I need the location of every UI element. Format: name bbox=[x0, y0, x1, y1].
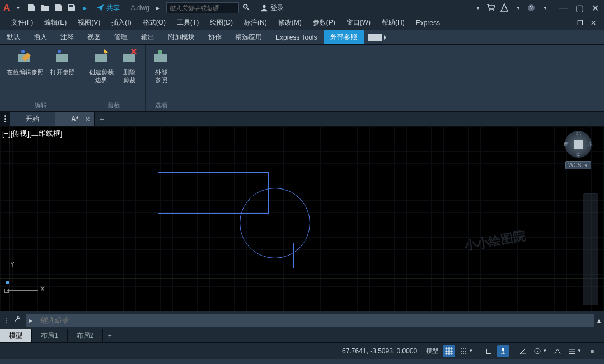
drawing-canvas[interactable]: [−][俯视][二维线框] 小小绘图院 Y X 北 南 东 西 WCS ▼ bbox=[0, 126, 604, 311]
svg-point-10 bbox=[58, 50, 61, 53]
svg-point-8 bbox=[21, 50, 25, 53]
ribbontab-expresstools[interactable]: Express Tools bbox=[269, 30, 324, 44]
status-ortho-icon[interactable] bbox=[483, 345, 495, 357]
ribbontab-xref[interactable]: 外部参照 bbox=[324, 30, 364, 44]
delete-clip-icon bbox=[120, 48, 138, 66]
cmd-drag-handle[interactable] bbox=[3, 318, 9, 323]
wcs-dropdown[interactable]: WCS ▼ bbox=[565, 161, 591, 169]
qat-dropdown-icon[interactable]: ▼ bbox=[12, 2, 24, 14]
search-input[interactable] bbox=[166, 2, 239, 13]
help-icon[interactable]: ? bbox=[525, 2, 537, 14]
open-file-icon[interactable] bbox=[39, 2, 51, 14]
ribbon-end-toggle[interactable] bbox=[364, 30, 386, 44]
qat-more-icon[interactable]: ▸ bbox=[79, 2, 91, 14]
doc-close-button[interactable]: ✕ bbox=[588, 18, 598, 28]
doc-tabs-menu[interactable] bbox=[0, 112, 10, 126]
status-dyn-icon[interactable] bbox=[551, 345, 564, 357]
autodesk-icon[interactable] bbox=[498, 2, 511, 14]
doc-tab-add-button[interactable]: + bbox=[95, 112, 109, 126]
status-sep2 bbox=[513, 346, 513, 356]
status-angle-icon[interactable] bbox=[517, 345, 529, 357]
menu-edit[interactable]: 编辑(E) bbox=[39, 18, 72, 27]
viewport-label[interactable]: [−][俯视][二维线框] bbox=[2, 129, 62, 139]
menu-format[interactable]: 格式(O) bbox=[137, 18, 171, 27]
menu-file[interactable]: 文件(F) bbox=[6, 18, 39, 27]
status-grid-icon[interactable] bbox=[443, 345, 455, 357]
share-label: 共享 bbox=[106, 3, 120, 13]
ribbontab-insert[interactable]: 插入 bbox=[27, 30, 54, 44]
doc-tabs: 开始 A* × + bbox=[0, 112, 604, 126]
ribbon-group-edit-title: 编辑 bbox=[0, 100, 82, 111]
saveas-icon[interactable] bbox=[65, 2, 78, 14]
login-button[interactable]: 登录 bbox=[260, 3, 284, 13]
open-ref-button[interactable]: 打开参照 bbox=[47, 47, 78, 97]
edit-in-place-icon bbox=[16, 48, 34, 66]
menu-help[interactable]: 帮助(H) bbox=[376, 18, 410, 27]
menu-draw[interactable]: 绘图(D) bbox=[204, 18, 238, 27]
ribbontab-collab[interactable]: 协作 bbox=[202, 30, 228, 44]
svg-rect-11 bbox=[95, 54, 107, 62]
drawing-rect-2[interactable] bbox=[293, 243, 404, 268]
close-button[interactable]: ✕ bbox=[589, 2, 601, 13]
app-logo-icon[interactable]: A bbox=[3, 3, 10, 13]
ribbontab-apps[interactable]: 精选应用 bbox=[228, 30, 269, 44]
layout-add-button[interactable]: + bbox=[103, 329, 116, 342]
ribbontab-default[interactable]: 默认 bbox=[0, 30, 27, 44]
status-snap-icon[interactable]: ▼ bbox=[457, 345, 475, 357]
menu-express[interactable]: Express bbox=[410, 19, 446, 27]
create-clip-button[interactable]: 创建剪裁边界 bbox=[86, 47, 117, 97]
create-clip-label: 创建剪裁边界 bbox=[89, 68, 114, 84]
doc-minimize-button[interactable]: — bbox=[561, 18, 572, 28]
minimize-button[interactable]: — bbox=[558, 2, 569, 13]
status-polar-icon[interactable] bbox=[497, 345, 509, 357]
maximize-button[interactable]: ▢ bbox=[574, 2, 585, 13]
menu-modify[interactable]: 修改(M) bbox=[273, 18, 307, 27]
menu-insert[interactable]: 插入(I) bbox=[106, 18, 137, 27]
axis-line-v bbox=[9, 126, 10, 311]
tb-dropdown-icon[interactable]: ▼ bbox=[471, 2, 484, 14]
menu-window[interactable]: 窗口(W) bbox=[341, 18, 376, 27]
ribbontab-view[interactable]: 视图 bbox=[81, 30, 107, 44]
search-arrow-icon: ▸ bbox=[156, 4, 160, 12]
doc-tab-active[interactable]: A* × bbox=[55, 112, 95, 126]
menu-annotate[interactable]: 标注(N) bbox=[238, 18, 273, 27]
doc-restore-button[interactable]: ❐ bbox=[575, 18, 585, 28]
status-lineweight-icon[interactable]: ▼ bbox=[566, 345, 584, 357]
ribbontab-manage[interactable]: 管理 bbox=[107, 30, 134, 44]
nav-cube-area: 北 南 东 西 WCS ▼ bbox=[561, 131, 595, 169]
xref-option-button[interactable]: 外部参照 bbox=[149, 47, 174, 97]
delete-clip-button[interactable]: 删除剪裁 bbox=[117, 47, 142, 97]
ribbontab-output[interactable]: 输出 bbox=[134, 30, 161, 44]
layout-tab-model[interactable]: 模型 bbox=[0, 329, 32, 342]
status-menu-icon[interactable]: ≡ bbox=[586, 345, 598, 357]
save-icon[interactable] bbox=[52, 2, 64, 14]
svg-point-3 bbox=[489, 10, 490, 11]
cmd-customize-icon[interactable] bbox=[13, 315, 21, 325]
menu-tools[interactable]: 工具(T) bbox=[171, 18, 204, 27]
navigation-bar[interactable] bbox=[583, 193, 598, 305]
coordinate-readout[interactable]: 67.7641, -3.5093, 0.0000 bbox=[342, 347, 417, 355]
status-model-button[interactable]: 模型 bbox=[424, 345, 441, 357]
svg-point-0 bbox=[244, 4, 247, 8]
doc-tab-start[interactable]: 开始 bbox=[10, 112, 55, 126]
xref-option-icon bbox=[152, 48, 170, 66]
search-icon[interactable] bbox=[242, 3, 250, 13]
tb-dropdown2-icon[interactable]: ▼ bbox=[512, 2, 524, 14]
tb-dropdown3-icon[interactable]: ▼ bbox=[539, 2, 551, 14]
ribbontab-addon[interactable]: 附加模块 bbox=[161, 30, 202, 44]
new-file-icon[interactable] bbox=[25, 2, 38, 14]
layout-tab-2[interactable]: 布局2 bbox=[68, 329, 104, 342]
cmd-history-icon[interactable]: ▴ bbox=[597, 316, 601, 324]
share-button[interactable]: 共享 bbox=[96, 3, 120, 13]
edit-in-place-button[interactable]: 在位编辑参照 bbox=[3, 47, 47, 97]
ribbontab-annotate[interactable]: 注释 bbox=[54, 30, 81, 44]
ribbon-panel: 在位编辑参照 打开参照 编辑 创建剪裁边界 删除剪裁 剪裁 外部参照 bbox=[0, 45, 604, 112]
layout-tab-1[interactable]: 布局1 bbox=[32, 329, 68, 342]
command-input[interactable] bbox=[40, 316, 591, 324]
view-cube[interactable]: 北 南 东 西 bbox=[565, 131, 592, 158]
menu-view[interactable]: 视图(V) bbox=[72, 18, 106, 27]
doc-tab-close-icon[interactable]: × bbox=[85, 115, 90, 124]
cart-icon[interactable] bbox=[485, 2, 497, 14]
menu-params[interactable]: 参数(P) bbox=[307, 18, 341, 27]
status-osnap-icon[interactable]: ▼ bbox=[531, 345, 549, 357]
